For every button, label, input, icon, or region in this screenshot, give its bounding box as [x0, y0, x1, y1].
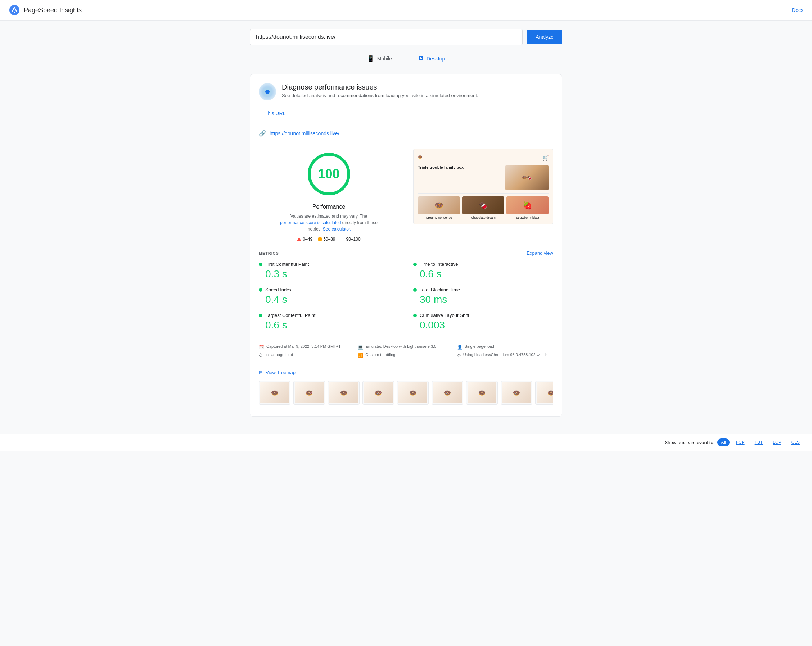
filmstrip: 🍩 🍩 🍩 🍩 🍩 🍩 🍩 🍩 🍩 🍩: [259, 381, 553, 408]
thumbnail-label-1: Creamy nonsense: [418, 216, 460, 219]
treemap-link[interactable]: ⊞ View Treemap: [259, 364, 553, 375]
filmstrip-frame-6: 🍩: [432, 381, 463, 405]
hero-title: Triple trouble family box: [418, 165, 502, 169]
link-icon: 🔗: [259, 130, 266, 137]
info-page-load: 👤 Single page load: [457, 344, 553, 350]
metric-tbt-dot: [413, 288, 417, 292]
calendar-icon: 📅: [259, 344, 264, 350]
metric-cls: Cumulative Layout Shift 0.003: [413, 312, 553, 331]
metric-tbt-label-row: Total Blocking Time: [413, 287, 553, 293]
audit-bar: Show audits relevant to: All FCP TBT LCP…: [0, 434, 812, 451]
frame-img-3: 🍩: [329, 382, 358, 403]
audit-tag-cls[interactable]: CLS: [788, 439, 803, 446]
site-thumbnail: 🍩 🛒 Triple trouble family box 🍩🍫: [413, 149, 553, 224]
performance-score-link[interactable]: performance score is calculated: [280, 220, 341, 225]
audit-tag-all[interactable]: All: [717, 439, 729, 446]
metric-fcp-name: First Contentful Paint: [265, 262, 309, 267]
gear-icon: ⚙: [457, 353, 461, 358]
calculator-link[interactable]: See calculator.: [323, 227, 351, 232]
green-dot-icon: [341, 238, 345, 241]
metric-fcp: First Contentful Paint 0.3 s: [259, 262, 399, 280]
audit-tag-fcp[interactable]: FCP: [733, 439, 748, 446]
frame-img-9: 🍩: [537, 382, 553, 403]
main-card: Diagnose performance issues See detailed…: [250, 74, 562, 416]
metric-si-name: Speed Index: [265, 287, 292, 293]
info-initial-text: Initial page load: [265, 352, 293, 357]
tab-desktop[interactable]: 🖥 Desktop: [412, 52, 451, 66]
filmstrip-frame-1: 🍩: [259, 381, 290, 405]
thumbnail-grid: 🍩 Creamy nonsense 🍫 Chocolate dream 🍓 St…: [418, 193, 548, 219]
info-chromium: ⚙ Using HeadlessChromium 98.0.4758.102 w…: [457, 352, 553, 358]
pagespeed-logo-icon: [9, 4, 20, 16]
filmstrip-frame-8: 🍩: [501, 381, 532, 405]
frame-img-1: 🍩: [260, 382, 289, 403]
legend-item-red: 0–49: [297, 237, 313, 242]
metric-lcp-label-row: Largest Contentful Paint: [259, 312, 399, 318]
thumbnail-hero-text: Triple trouble family box: [418, 165, 502, 190]
metric-cls-label-row: Cumulative Layout Shift: [413, 312, 553, 318]
metric-tti: Time to Interactive 0.6 s: [413, 262, 553, 280]
legend-item-green: 90–100: [341, 237, 361, 242]
metric-lcp-name: Largest Contentful Paint: [265, 312, 315, 318]
app-title: PageSpeed Insights: [24, 6, 82, 14]
url-bar: Analyze: [250, 29, 562, 45]
audit-tag-tbt[interactable]: TBT: [751, 439, 767, 446]
diagnose-text: Diagnose performance issues See detailed…: [282, 83, 478, 98]
score-left: 100 Performance Values are estimated and…: [259, 149, 399, 242]
thumbnail-top: 🍩 🛒: [418, 154, 548, 162]
audit-show-label: Show audits relevant to:: [665, 440, 715, 445]
docs-link[interactable]: Docs: [792, 7, 803, 13]
laptop-icon: 💻: [358, 344, 363, 350]
filmstrip-frame-5: 🍩: [397, 381, 429, 405]
expand-view-link[interactable]: Expand view: [527, 250, 553, 256]
thumbnail-item-1: 🍩 Creamy nonsense: [418, 197, 460, 219]
analyzed-url[interactable]: https://dounot.milliseconds.live/: [270, 131, 339, 136]
metric-si-dot: [259, 288, 263, 292]
metrics-header: METRICS Expand view: [259, 250, 553, 256]
info-throttling-text: Custom throttling: [365, 352, 395, 357]
metric-fcp-label-row: First Contentful Paint: [259, 262, 399, 267]
frame-img-8: 🍩: [502, 382, 531, 403]
legend-range-90-100: 90–100: [346, 237, 361, 242]
person-icon: 👤: [457, 344, 462, 350]
thumbnail-label-3: Strawberry blast: [507, 216, 548, 219]
metric-cls-name: Cumulative Layout Shift: [420, 312, 469, 318]
legend-range-0-49: 0–49: [303, 237, 313, 242]
metric-tbt: Total Blocking Time 30 ms: [413, 287, 553, 305]
donut-icon: 🍩🍫: [522, 175, 532, 180]
thumbnail-img-2: 🍫: [462, 197, 504, 214]
frame-img-7: 🍩: [467, 382, 496, 403]
thumbnail-brand-icon: 🍩: [418, 155, 422, 161]
metric-fcp-value: 0.3 s: [265, 268, 399, 280]
info-initial-load: ⏱ Initial page load: [259, 352, 355, 358]
metric-lcp: Largest Contentful Paint 0.6 s: [259, 312, 399, 331]
mobile-icon: 📱: [367, 55, 374, 62]
info-page-load-text: Single page load: [465, 344, 494, 349]
metric-si-value: 0.4 s: [265, 294, 399, 305]
diagnose-icon: [259, 83, 276, 101]
info-captured: 📅 Captured at Mar 9, 2022, 3:14 PM GMT+1: [259, 344, 355, 350]
filmstrip-frame-2: 🍩: [293, 381, 325, 405]
device-tabs: 📱 Mobile 🖥 Desktop: [250, 52, 562, 66]
metric-si-label-row: Speed Index: [259, 287, 399, 293]
analyze-button[interactable]: Analyze: [527, 30, 562, 44]
score-right: 🍩 🛒 Triple trouble family box 🍩🍫: [413, 149, 553, 224]
url-entry: 🔗 https://dounot.milliseconds.live/: [259, 126, 553, 140]
audit-tag-lcp[interactable]: LCP: [769, 439, 785, 446]
legend-range-50-89: 50–89: [323, 237, 335, 242]
tab-mobile[interactable]: 📱 Mobile: [361, 52, 398, 66]
metric-lcp-value: 0.6 s: [265, 319, 399, 331]
treemap-label: View Treemap: [266, 370, 296, 375]
url-input[interactable]: [250, 29, 523, 45]
svg-point-1: [14, 12, 15, 13]
filmstrip-frame-9: 🍩: [535, 381, 553, 405]
score-label: Performance: [313, 204, 345, 210]
info-bar: 📅 Captured at Mar 9, 2022, 3:14 PM GMT+1…: [259, 338, 553, 358]
metrics-grid: First Contentful Paint 0.3 s Time to Int…: [259, 262, 553, 331]
thumbnail-img-3: 🍓: [507, 197, 548, 214]
card-tabs: This URL: [259, 108, 553, 120]
this-url-tab[interactable]: This URL: [259, 108, 291, 120]
filmstrip-frame-3: 🍩: [328, 381, 360, 405]
metric-lcp-dot: [259, 314, 263, 317]
metric-si: Speed Index 0.4 s: [259, 287, 399, 305]
